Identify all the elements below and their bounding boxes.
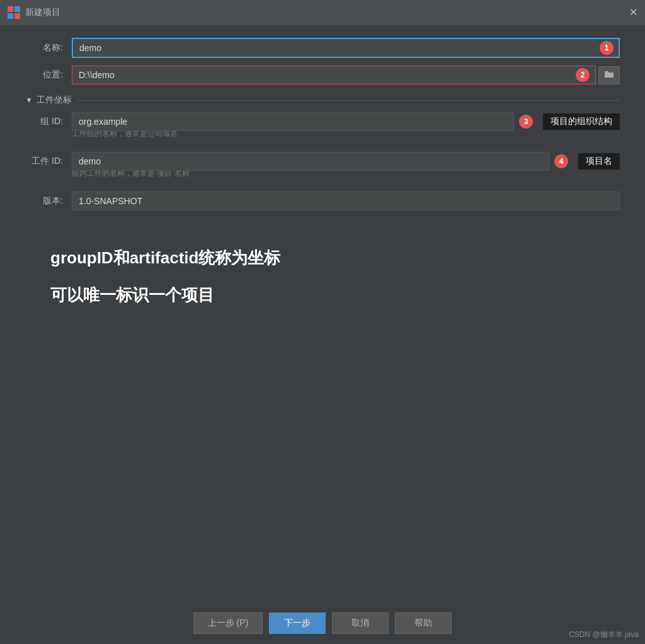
title-bar-left: 新建项目 [8, 6, 60, 19]
group-id-tooltip: 项目的组织结构 [543, 113, 620, 130]
next-button[interactable]: 下一步 [269, 612, 326, 634]
watermark: CSDN @懒羊羊.java [569, 630, 639, 640]
cancel-button[interactable]: 取消 [332, 612, 389, 634]
location-row: 位置: 2 [25, 66, 620, 84]
artifact-id-label: 工件 ID: [25, 156, 63, 167]
name-label: 名称: [25, 42, 63, 54]
location-badge: 2 [576, 68, 590, 82]
help-button[interactable]: 帮助 [395, 612, 452, 634]
dialog-title: 新建项目 [25, 7, 60, 18]
name-badge: 1 [600, 41, 614, 55]
annotation-line1: groupID和artifactid统称为坐标 [50, 246, 620, 270]
version-label: 版本: [25, 195, 63, 207]
version-input-wrap [72, 192, 620, 210]
location-input[interactable] [72, 66, 596, 84]
close-button[interactable]: ✕ [629, 8, 637, 18]
svg-rect-2 [8, 13, 13, 19]
artifact-id-tooltip: 项目名 [578, 153, 620, 170]
group-id-badge: 3 [519, 115, 533, 129]
name-input[interactable] [72, 38, 620, 58]
section-arrow: ▼ [25, 96, 33, 105]
section-line [77, 100, 620, 101]
new-project-dialog: 新建项目 ✕ 名称: 1 位置: 2 [0, 0, 645, 644]
artifact-id-badge: 4 [554, 154, 568, 168]
svg-rect-0 [8, 6, 13, 12]
version-row: 版本: [25, 192, 620, 210]
location-label: 位置: [25, 69, 63, 81]
version-input[interactable] [72, 192, 620, 210]
app-icon [8, 6, 20, 19]
dialog-footer: 上一步 (P) 下一步 取消 帮助 [0, 602, 645, 644]
artifact-id-row: 工件 ID: 4 项目名 [25, 152, 620, 171]
group-id-label: 组 ID: [25, 116, 63, 127]
name-row: 名称: 1 [25, 38, 620, 58]
group-id-input[interactable] [72, 112, 514, 131]
section-title: 工件坐标 [37, 95, 72, 106]
dialog-content: 名称: 1 位置: 2 ▼ 工件坐标 [0, 25, 645, 602]
name-input-wrap: 1 [72, 38, 620, 58]
svg-rect-3 [14, 13, 20, 19]
annotation-block: groupID和artifactid统称为坐标 可以唯一标识一个项目 [25, 233, 620, 308]
location-input-wrap: 2 [72, 66, 596, 84]
prev-button[interactable]: 上一步 (P) [193, 612, 263, 634]
title-bar: 新建项目 ✕ [0, 0, 645, 25]
svg-rect-1 [14, 6, 20, 12]
artifact-section-header: ▼ 工件坐标 [25, 95, 620, 106]
browse-button[interactable] [598, 66, 620, 84]
artifact-id-input[interactable] [72, 152, 549, 171]
annotation-line2: 可以唯一标识一个项目 [50, 283, 620, 308]
